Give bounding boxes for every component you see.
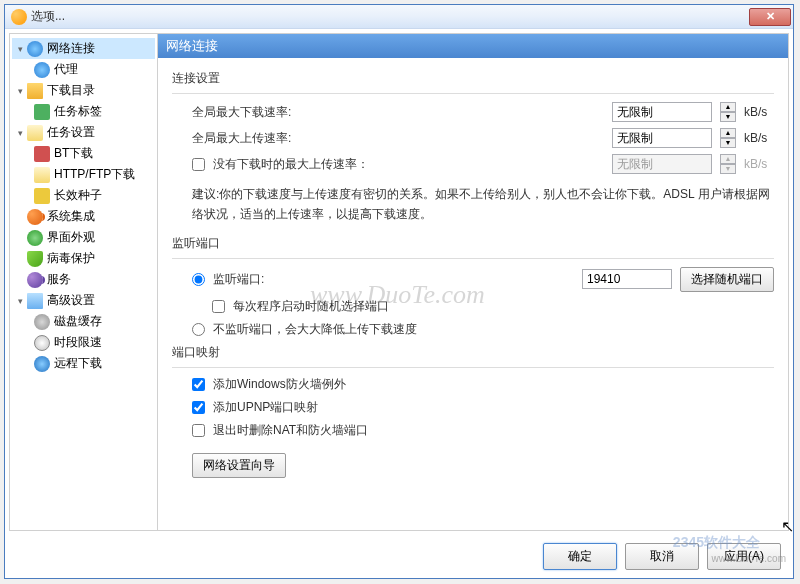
input-max-download[interactable] — [612, 102, 712, 122]
spinner-down-icon: ▼ — [720, 164, 736, 174]
checkbox-label: 每次程序启动时随机选择端口 — [233, 298, 389, 315]
dialog-footer: 确定 取消 应用(A) — [5, 535, 793, 578]
row-idle-upload: 没有下载时的最大上传速率： ▲ ▼ kB/s — [192, 154, 774, 174]
collapse-icon[interactable]: ▾ — [14, 127, 26, 139]
input-idle-upload — [612, 154, 712, 174]
group-connection: 连接设置 — [172, 70, 774, 87]
tree-item-http[interactable]: HTTP/FTP下载 — [12, 164, 155, 185]
tree-label: 远程下载 — [54, 355, 102, 372]
proxy-icon — [34, 62, 50, 78]
tree-item-task-tag[interactable]: 任务标签 — [12, 101, 155, 122]
tree-item-schedule[interactable]: 时段限速 — [12, 332, 155, 353]
input-port[interactable] — [582, 269, 672, 289]
radio-no-listen[interactable]: 不监听端口，会大大降低上传下载速度 — [192, 321, 774, 338]
service-icon — [27, 272, 43, 288]
ok-button[interactable]: 确定 — [543, 543, 617, 570]
divider — [172, 93, 774, 94]
tree-item-advanced[interactable]: ▾ 高级设置 — [12, 290, 155, 311]
close-button[interactable]: ✕ — [749, 8, 791, 26]
collapse-icon[interactable]: ▾ — [14, 85, 26, 97]
disk-icon — [34, 314, 50, 330]
tree-label: HTTP/FTP下载 — [54, 166, 135, 183]
advanced-icon — [27, 293, 43, 309]
tree-label: 代理 — [54, 61, 78, 78]
http-icon — [34, 167, 50, 183]
checkbox-upnp[interactable]: 添加UPNP端口映射 — [192, 399, 774, 416]
tree-label: 任务设置 — [47, 124, 95, 141]
tree-item-task-settings[interactable]: ▾ 任务设置 — [12, 122, 155, 143]
tree-item-bt[interactable]: BT下载 — [12, 143, 155, 164]
divider — [172, 258, 774, 259]
apply-button[interactable]: 应用(A) — [707, 543, 781, 570]
checkbox-input[interactable] — [212, 300, 225, 313]
checkbox-idle-upload[interactable]: 没有下载时的最大上传速率： — [192, 156, 369, 173]
app-icon — [11, 9, 27, 25]
checkbox-firewall[interactable]: 添加Windows防火墙例外 — [192, 376, 774, 393]
seed-icon — [34, 188, 50, 204]
network-icon — [27, 41, 43, 57]
checkbox-del-nat[interactable]: 退出时删除NAT和防火墙端口 — [192, 422, 774, 439]
radio-input[interactable] — [192, 323, 205, 336]
tree-label: 系统集成 — [47, 208, 95, 225]
radio-input[interactable] — [192, 273, 205, 286]
divider — [172, 367, 774, 368]
radio-listen-port[interactable]: 监听端口: — [192, 271, 264, 288]
checkbox-input[interactable] — [192, 378, 205, 391]
tree-label: 下载目录 — [47, 82, 95, 99]
tree-label: 高级设置 — [47, 292, 95, 309]
tree-label: 病毒保护 — [47, 250, 95, 267]
wizard-button[interactable]: 网络设置向导 — [192, 453, 286, 478]
task-icon — [27, 125, 43, 141]
spinner-max-upload[interactable]: ▲ ▼ — [720, 128, 736, 148]
radio-label: 监听端口: — [213, 271, 264, 288]
tree-item-cache[interactable]: 磁盘缓存 — [12, 311, 155, 332]
row-max-upload: 全局最大上传速率: ▲ ▼ kB/s — [192, 128, 774, 148]
tree-item-ui[interactable]: 界面外观 — [12, 227, 155, 248]
input-max-upload[interactable] — [612, 128, 712, 148]
spinner-idle-upload: ▲ ▼ — [720, 154, 736, 174]
checkbox-input[interactable] — [192, 424, 205, 437]
spinner-down-icon[interactable]: ▼ — [720, 138, 736, 148]
cancel-button[interactable]: 取消 — [625, 543, 699, 570]
collapse-icon[interactable]: ▾ — [14, 295, 26, 307]
panel-body: 连接设置 全局最大下载速率: ▲ ▼ kB/s 全局最大上传速率: — [158, 58, 788, 530]
tree-label: 界面外观 — [47, 229, 95, 246]
clock-icon — [34, 335, 50, 351]
unit-label: kB/s — [744, 105, 774, 119]
ui-icon — [27, 230, 43, 246]
tree-item-service[interactable]: 服务 — [12, 269, 155, 290]
checkbox-label: 退出时删除NAT和防火墙端口 — [213, 422, 368, 439]
tree-item-virus[interactable]: 病毒保护 — [12, 248, 155, 269]
checkbox-input[interactable] — [192, 401, 205, 414]
spinner-up-icon[interactable]: ▲ — [720, 128, 736, 138]
tree-item-remote[interactable]: 远程下载 — [12, 353, 155, 374]
spinner-up-icon[interactable]: ▲ — [720, 102, 736, 112]
dialog-body: ▾ 网络连接 代理 ▾ 下载目录 任务标签 ▾ 任务设置 — [9, 33, 789, 531]
group-port: 监听端口 — [172, 235, 774, 252]
checkbox-input[interactable] — [192, 158, 205, 171]
window-title: 选项... — [31, 8, 749, 25]
tree-item-proxy[interactable]: 代理 — [12, 59, 155, 80]
tree-item-seed[interactable]: 长效种子 — [12, 185, 155, 206]
system-icon — [27, 209, 43, 225]
checkbox-random-on-start[interactable]: 每次程序启动时随机选择端口 — [212, 298, 774, 315]
advice-text: 建议:你的下载速度与上传速度有密切的关系。如果不上传给别人，别人也不会让你下载。… — [192, 184, 774, 225]
checkbox-label: 添加Windows防火墙例外 — [213, 376, 346, 393]
spinner-down-icon[interactable]: ▼ — [720, 112, 736, 122]
spinner-max-download[interactable]: ▲ ▼ — [720, 102, 736, 122]
tree-item-network[interactable]: ▾ 网络连接 — [12, 38, 155, 59]
checkbox-label: 添加UPNP端口映射 — [213, 399, 318, 416]
row-max-download: 全局最大下载速率: ▲ ▼ kB/s — [192, 102, 774, 122]
group-mapping: 端口映射 — [172, 344, 774, 361]
folder-icon — [27, 83, 43, 99]
spinner-up-icon: ▲ — [720, 154, 736, 164]
tree-item-download-dir[interactable]: ▾ 下载目录 — [12, 80, 155, 101]
spacer — [14, 211, 26, 223]
spacer — [14, 253, 26, 265]
random-port-button[interactable]: 选择随机端口 — [680, 267, 774, 292]
shield-icon — [27, 251, 43, 267]
spacer — [14, 274, 26, 286]
tree-label: 时段限速 — [54, 334, 102, 351]
tree-item-system[interactable]: 系统集成 — [12, 206, 155, 227]
collapse-icon[interactable]: ▾ — [14, 43, 26, 55]
